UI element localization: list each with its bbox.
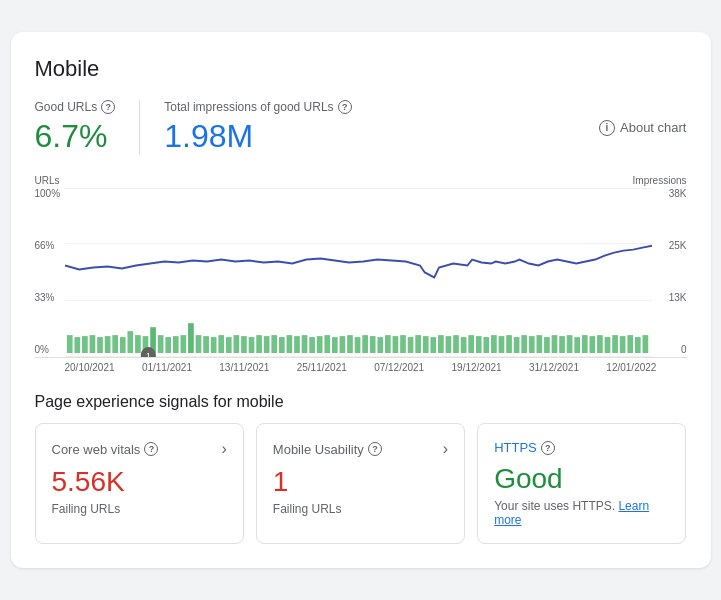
svg-rect-17	[165, 337, 171, 353]
svg-rect-61	[498, 336, 504, 353]
svg-rect-36	[309, 337, 315, 353]
svg-rect-54	[445, 336, 451, 353]
svg-rect-47	[392, 336, 398, 353]
https-help-icon[interactable]: ?	[541, 441, 555, 455]
chart-axis-labels: URLs Impressions	[35, 175, 687, 186]
svg-rect-42	[354, 337, 360, 353]
svg-rect-37	[316, 336, 322, 353]
impressions-label: Total impressions of good URLs ?	[164, 100, 351, 114]
svg-rect-46	[385, 335, 391, 353]
y-axis-right-label: Impressions	[633, 175, 687, 186]
svg-rect-40	[339, 336, 345, 353]
svg-rect-72	[581, 335, 587, 353]
x-axis-labels: 20/10/2021 01/11/2021 13/11/2021 25/11/2…	[35, 362, 687, 373]
svg-rect-5	[74, 337, 80, 353]
svg-rect-11	[119, 337, 125, 353]
mobile-usability-header: Mobile Usability ? ›	[273, 440, 448, 458]
svg-rect-45	[377, 337, 383, 353]
svg-rect-79	[634, 337, 640, 353]
svg-rect-55	[453, 335, 459, 353]
svg-rect-26	[233, 335, 239, 353]
svg-rect-20	[188, 323, 194, 353]
about-chart-button[interactable]: i About chart	[599, 120, 687, 136]
https-card: HTTPS ? Good Your site uses HTTPS. Learn…	[477, 423, 686, 544]
impressions-metric: Total impressions of good URLs ? 1.98M	[139, 100, 375, 155]
svg-rect-50	[415, 335, 421, 353]
mobile-usability-value: 1	[273, 466, 448, 498]
svg-rect-34	[294, 336, 300, 353]
svg-rect-56	[460, 337, 466, 353]
impressions-help-icon[interactable]: ?	[338, 100, 352, 114]
svg-rect-49	[407, 337, 413, 353]
good-urls-metric: Good URLs ? 6.7%	[35, 100, 140, 155]
svg-rect-69	[559, 336, 565, 353]
svg-rect-70	[566, 335, 572, 353]
good-urls-label: Good URLs ?	[35, 100, 116, 114]
mobile-usability-help-icon[interactable]: ?	[368, 442, 382, 456]
core-web-vitals-value: 5.56K	[52, 466, 227, 498]
https-sublabel: Your site uses HTTPS. Learn more	[494, 499, 669, 527]
chart-container: URLs Impressions 100% 66% 33% 0% 38K 25K…	[35, 175, 687, 373]
svg-rect-21	[195, 335, 201, 353]
metrics-row: Good URLs ? 6.7% Total impressions of go…	[35, 100, 687, 155]
svg-rect-77	[619, 336, 625, 353]
svg-rect-10	[112, 335, 118, 353]
svg-rect-7	[89, 335, 95, 353]
mobile-usability-chevron-icon: ›	[443, 440, 448, 458]
svg-rect-35	[301, 335, 307, 353]
page-title: Mobile	[35, 56, 687, 82]
https-label: HTTPS	[494, 440, 537, 455]
svg-rect-71	[574, 337, 580, 353]
svg-rect-67	[544, 337, 550, 353]
svg-rect-66	[536, 335, 542, 353]
svg-rect-51	[422, 336, 428, 353]
svg-rect-23	[210, 337, 216, 353]
core-web-vitals-chevron-icon: ›	[222, 440, 227, 458]
svg-rect-30	[263, 336, 269, 353]
svg-rect-18	[172, 336, 178, 353]
svg-rect-43	[362, 335, 368, 353]
svg-rect-12	[127, 331, 133, 353]
mobile-usability-label: Mobile Usability	[273, 442, 364, 457]
svg-rect-4	[66, 335, 72, 353]
svg-rect-59	[483, 337, 489, 353]
svg-rect-6	[82, 336, 88, 353]
core-web-vitals-card[interactable]: Core web vitals ? › 5.56K Failing URLs	[35, 423, 244, 544]
signals-title: Page experience signals for mobile	[35, 393, 687, 411]
svg-rect-68	[551, 335, 557, 353]
svg-rect-52	[430, 337, 436, 353]
svg-rect-74	[597, 335, 603, 353]
core-web-vitals-help-icon[interactable]: ?	[144, 442, 158, 456]
svg-rect-44	[369, 336, 375, 353]
core-web-vitals-header: Core web vitals ? ›	[52, 440, 227, 458]
impressions-value: 1.98M	[164, 118, 351, 155]
mobile-usability-card[interactable]: Mobile Usability ? › 1 Failing URLs	[256, 423, 465, 544]
y-axis-left-label: URLs	[35, 175, 60, 186]
svg-rect-57	[468, 335, 474, 353]
svg-text:1: 1	[145, 350, 150, 357]
svg-rect-63	[513, 337, 519, 353]
svg-rect-41	[347, 335, 353, 353]
signals-grid: Core web vitals ? › 5.56K Failing URLs M…	[35, 423, 687, 544]
main-card: Mobile Good URLs ? 6.7% Total impression…	[11, 32, 711, 568]
svg-rect-13	[135, 335, 141, 353]
https-value: Good	[494, 463, 669, 495]
svg-rect-76	[612, 335, 618, 353]
https-header: HTTPS ?	[494, 440, 669, 455]
svg-rect-31	[271, 335, 277, 353]
svg-rect-9	[104, 336, 110, 353]
good-urls-help-icon[interactable]: ?	[101, 100, 115, 114]
svg-rect-38	[324, 335, 330, 353]
svg-rect-29	[256, 335, 262, 353]
core-web-vitals-label: Core web vitals	[52, 442, 141, 457]
y-labels-right: 38K 25K 13K 0	[669, 188, 687, 357]
chart-svg: 1	[65, 188, 652, 357]
svg-rect-22	[203, 336, 209, 353]
svg-rect-27	[241, 336, 247, 353]
svg-rect-24	[218, 335, 224, 353]
svg-rect-60	[491, 335, 497, 353]
y-labels-left: 100% 66% 33% 0%	[35, 188, 61, 357]
svg-rect-39	[331, 337, 337, 353]
svg-rect-53	[438, 335, 444, 353]
svg-rect-33	[286, 335, 292, 353]
